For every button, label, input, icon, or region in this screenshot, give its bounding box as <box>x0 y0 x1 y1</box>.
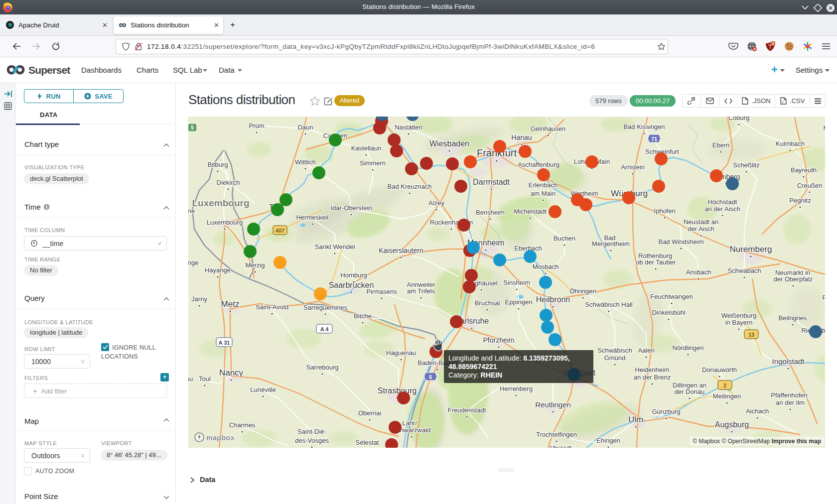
svg-text:Höchstadt: Höchstadt <box>708 198 737 206</box>
svg-text:in Bayern: in Bayern <box>725 319 753 326</box>
svg-text:Gelnhausen: Gelnhausen <box>531 125 565 132</box>
svg-text:Daun: Daun <box>297 124 313 131</box>
svg-text:Schwabach: Schwabach <box>727 267 761 274</box>
svg-text:Schwäbisch Hall: Schwäbisch Hall <box>585 301 632 308</box>
svg-text:71: 71 <box>651 136 657 142</box>
svg-text:Bensheim: Bensheim <box>476 209 505 216</box>
svg-text:5: 5 <box>429 374 432 380</box>
svg-text:Lahr/: Lahr/ <box>402 419 417 427</box>
svg-text:der Aisch: der Aisch <box>688 225 714 233</box>
svg-text:Bayreuth: Bayreuth <box>791 166 817 174</box>
svg-text:Kastellaun: Kastellaun <box>351 144 382 152</box>
svg-text:Bitburg: Bitburg <box>207 161 228 168</box>
svg-text:Ebern: Ebern <box>712 141 730 149</box>
svg-text:Aichach: Aichach <box>746 407 769 415</box>
svg-text:Trochtelfingen: Trochtelfingen <box>536 431 577 438</box>
svg-text:Nördlingen: Nördlingen <box>673 344 704 352</box>
svg-text:Wiesbaden: Wiesbaden <box>429 139 469 148</box>
svg-text:Gmünd: Gmünd <box>604 354 626 362</box>
svg-text:Ansbach: Ansbach <box>686 268 711 276</box>
svg-text:Haguenau: Haguenau <box>386 349 416 357</box>
svg-text:au: au <box>188 375 193 382</box>
svg-text:Sinsheim: Sinsheim <box>503 279 530 286</box>
svg-text:Eppingen: Eppingen <box>505 298 533 306</box>
svg-text:x: x <box>782 100 784 104</box>
svg-text:Aschaffenburg: Aschaffenburg <box>518 161 559 168</box>
svg-text:ne: ne <box>188 207 195 215</box>
svg-text:Schwäbisch: Schwäbisch <box>597 347 632 354</box>
svg-text:Michelstadt: Michelstadt <box>514 208 547 215</box>
svg-text:Dinkelsbühl: Dinkelsbühl <box>652 309 685 316</box>
svg-text:Coburg: Coburg <box>728 117 750 122</box>
svg-text:an der Aisch: an der Aisch <box>704 205 740 213</box>
svg-text:Meitingen: Meitingen <box>713 392 741 400</box>
svg-text:Nuremberg: Nuremberg <box>729 245 772 254</box>
svg-text:Erlenbach: Erlenbach <box>529 181 558 189</box>
svg-text:Charmes: Charmes <box>229 421 256 429</box>
svg-text:Merzig: Merzig <box>245 261 265 269</box>
svg-text:an der Ilm: an der Ilm <box>776 399 805 406</box>
svg-text:Diekirch: Diekirch <box>217 179 240 186</box>
svg-text:Lunéville: Lunéville <box>250 386 276 393</box>
svg-text:Feuchtwangen: Feuchtwangen <box>650 293 693 300</box>
svg-text:2: 2 <box>772 41 774 46</box>
svg-text:Wittlich: Wittlich <box>295 158 316 166</box>
svg-text:Creußen: Creußen <box>797 182 823 189</box>
svg-text:Mosbach: Mosbach <box>533 263 559 270</box>
svg-text:Sarrebourg: Sarrebourg <box>306 364 338 371</box>
svg-text:Hanau: Hanau <box>511 133 532 141</box>
svg-text:Augsburg: Augsburg <box>715 420 749 429</box>
svg-text:Sélestat: Sélestat <box>356 439 379 446</box>
svg-text:Saint-Avold: Saint-Avold <box>256 303 288 311</box>
svg-text:Sarreguemines: Sarreguemines <box>303 304 348 311</box>
svg-text:Jarny: Jarny <box>191 295 207 303</box>
svg-text:Hayange: Hayange <box>205 266 231 274</box>
svg-text:Simmern: Simmern <box>360 159 386 167</box>
svg-text:Neustadt an: Neustadt an <box>684 218 718 226</box>
svg-text:Heidenheim: Heidenheim <box>635 366 669 374</box>
svg-text:Metz: Metz <box>221 299 240 309</box>
svg-text:Reutlingen: Reutlingen <box>535 400 571 409</box>
svg-text:an der Brenz: an der Brenz <box>634 374 671 381</box>
svg-text:Günzburg: Günzburg <box>652 408 680 415</box>
svg-text:Saint-Dié-: Saint-Dié- <box>297 428 326 435</box>
svg-text:Hermeskeil: Hermeskeil <box>296 214 328 221</box>
svg-text:Darmstadt: Darmstadt <box>473 178 510 186</box>
svg-text:am Trifels: am Trifels <box>407 287 435 295</box>
svg-text:Öhringen: Öhringen <box>569 287 596 295</box>
svg-text:Sankt Wendel: Sankt Wendel <box>315 243 355 251</box>
svg-text:Kulmbach: Kulmbach <box>776 140 805 147</box>
svg-text:Albstadt: Albstadt <box>549 444 572 448</box>
svg-text:Iphofen: Iphofen <box>654 207 675 215</box>
svg-text:Strasbourg: Strasbourg <box>378 386 417 395</box>
svg-text:Toul: Toul <box>199 375 211 382</box>
svg-text:am Main: am Main <box>531 190 556 197</box>
svg-text:Luxembourg: Luxembourg <box>207 219 243 226</box>
svg-text:Alzey: Alzey <box>428 199 444 207</box>
svg-text:Weißenburg: Weißenburg <box>721 312 757 319</box>
svg-text:Buchen: Buchen <box>554 235 575 242</box>
svg-text:Scheßlitz: Scheßlitz <box>733 161 759 169</box>
svg-text:Münch: Münch <box>823 125 825 132</box>
svg-text:Aalen: Aalen <box>638 347 654 354</box>
svg-text:Nancy: Nancy <box>219 368 244 378</box>
svg-text:mapbox: mapbox <box>206 434 235 442</box>
svg-text:Pfaffenhofen: Pfaffenhofen <box>771 391 808 399</box>
svg-text:ange: ange <box>188 259 198 266</box>
svg-text:A 4: A 4 <box>320 326 329 332</box>
svg-text:der Donau: der Donau <box>675 388 705 395</box>
svg-text:Homburg: Homburg <box>340 271 367 279</box>
svg-text:Ehingen: Ehingen <box>596 437 620 444</box>
svg-text:13: 13 <box>748 332 754 338</box>
svg-text:Ingolstadt: Ingolstadt <box>772 357 805 366</box>
svg-text:ob der Tauber: ob der Tauber <box>636 258 676 266</box>
svg-text:Bruchsal: Bruchsal <box>475 299 500 307</box>
svg-text:A 31: A 31 <box>219 340 230 346</box>
svg-text:Bad Windsheim: Bad Windsheim <box>658 238 703 246</box>
svg-text:Donauwörth: Donauwörth <box>702 366 737 374</box>
svg-text:Herrenberg: Herrenberg <box>500 385 533 392</box>
svg-text:Idar-Oberstein: Idar-Oberstein <box>330 204 372 212</box>
svg-text:Prüm: Prüm <box>249 122 264 129</box>
svg-text:Ulm: Ulm <box>628 415 643 424</box>
svg-text:Arnstein: Arnstein <box>621 163 645 171</box>
